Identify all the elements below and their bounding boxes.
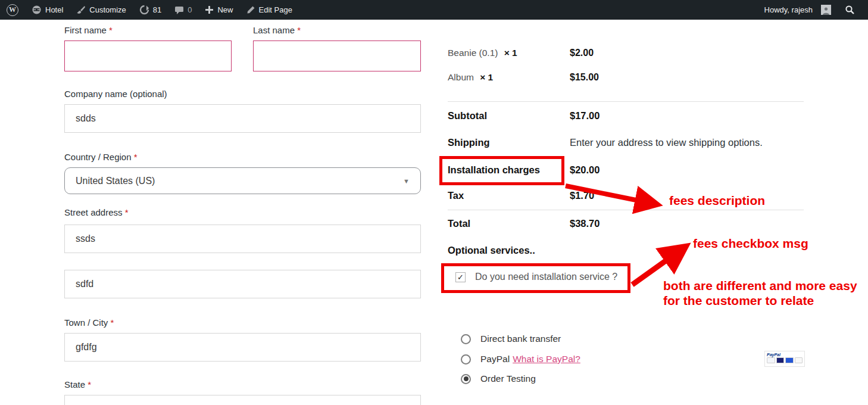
wp-admin-bar: W Hotel Customize 81 0	[0, 0, 868, 20]
pencil-icon	[246, 5, 255, 14]
product-name: Album	[448, 72, 474, 82]
payment-method-bank-transfer: Direct bank transfer	[461, 334, 561, 344]
product-price: $2.00	[570, 48, 594, 58]
edit-page-label: Edit Page	[259, 5, 292, 14]
payment-method-order-testing: Order Testing	[461, 373, 536, 384]
amex-card-icon	[785, 357, 794, 363]
admin-bar-left: W Hotel Customize 81 0	[0, 0, 299, 20]
paypal-radio[interactable]	[461, 354, 471, 364]
bank-transfer-radio[interactable]	[461, 334, 471, 344]
divider	[448, 101, 804, 102]
product-name: Beanie (0.1)	[448, 48, 498, 58]
state-label: State *	[64, 379, 91, 390]
country-selected-value: United States (US)	[76, 176, 155, 186]
order-testing-label: Order Testing	[480, 373, 536, 384]
company-label: Company name (optional)	[64, 89, 167, 99]
paypal-cards-badge: PayPal	[764, 351, 805, 367]
annotation-fees-description: fees description	[669, 193, 765, 208]
annotation-box-installation-charges	[439, 156, 564, 185]
product-qty: × 1	[504, 48, 517, 58]
shipping-message: Enter your address to view shipping opti…	[570, 137, 763, 148]
subtotal-value: $17.00	[570, 110, 600, 122]
site-name-label: Hotel	[45, 5, 63, 14]
total-label: Total	[448, 218, 470, 229]
product-qty: × 1	[480, 72, 493, 82]
search-icon	[845, 5, 855, 15]
mastercard-card-icon	[776, 357, 785, 363]
shipping-label: Shipping	[448, 137, 490, 148]
chevron-down-icon: ▼	[403, 177, 410, 185]
customize-menu[interactable]: Customize	[70, 0, 132, 20]
wordpress-menu[interactable]: W	[0, 0, 25, 20]
last-name-field[interactable]	[253, 40, 421, 71]
city-label: Town / City *	[64, 317, 114, 328]
annotation-arrow-fees-description	[558, 179, 677, 214]
paintbrush-icon	[76, 5, 86, 15]
tax-label: Tax	[448, 190, 464, 201]
annotation-box-installation-checkbox	[441, 263, 630, 293]
installation-charges-value: $20.00	[570, 164, 600, 176]
product-price: $15.00	[570, 72, 599, 83]
order-item-row: Beanie (0.1) × 1 $2.00	[448, 48, 804, 58]
payment-method-paypal: PayPalWhat is PayPal?	[461, 354, 580, 364]
site-menu-hotel[interactable]: Hotel	[25, 0, 70, 20]
comments-menu[interactable]: 0	[168, 0, 198, 20]
visa-card-icon	[767, 357, 775, 363]
city-field[interactable]	[64, 333, 421, 362]
subtotal-row: Subtotal $17.00	[448, 110, 804, 122]
total-value: $38.70	[570, 218, 600, 229]
search-button[interactable]	[838, 0, 862, 20]
comment-bubble-icon	[174, 5, 184, 15]
customize-label: Customize	[89, 5, 126, 14]
wordpress-logo-icon: W	[7, 4, 18, 16]
street-address-field[interactable]	[64, 225, 421, 253]
new-label: New	[217, 5, 233, 14]
what-is-paypal-link[interactable]: What is PayPal?	[513, 354, 580, 364]
street-address-2-field[interactable]	[64, 270, 421, 298]
paypal-label: PayPalWhat is PayPal?	[480, 354, 580, 364]
new-content-menu[interactable]: New	[198, 0, 239, 20]
update-arrows-icon	[139, 5, 149, 15]
edit-page-menu[interactable]: Edit Page	[240, 0, 299, 20]
paypal-badge-brand: PayPal	[767, 352, 803, 357]
shipping-row: Shipping Enter your address to view ship…	[448, 137, 804, 148]
comments-count: 0	[188, 5, 192, 14]
order-testing-radio[interactable]	[461, 374, 471, 384]
howdy-label: Howdy, rajesh	[764, 5, 813, 14]
plus-icon	[205, 5, 214, 14]
optional-services-heading: Optional services..	[448, 245, 535, 256]
first-name-field[interactable]	[64, 40, 232, 71]
last-name-label: Last name *	[253, 25, 301, 35]
company-field[interactable]	[64, 104, 421, 133]
my-account-menu[interactable]: Howdy, rajesh	[758, 0, 838, 20]
updates-menu[interactable]: 81	[133, 0, 168, 20]
discover-card-icon	[795, 357, 803, 363]
country-label: Country / Region *	[64, 152, 138, 162]
bank-transfer-label: Direct bank transfer	[480, 334, 561, 344]
annotation-fees-checkbox-msg: fees checkbox msg	[693, 236, 808, 251]
state-field[interactable]	[64, 395, 421, 405]
admin-bar-right: Howdy, rajesh	[758, 0, 868, 20]
order-item-row: Album × 1 $15.00	[448, 72, 804, 83]
total-row: Total $38.70	[448, 218, 804, 229]
updates-count: 81	[153, 5, 161, 14]
dashboard-gauge-icon	[32, 5, 42, 15]
annotation-note: both are different and more easy for the…	[663, 278, 860, 308]
country-select[interactable]: United States (US) ▼	[64, 167, 421, 194]
avatar	[821, 5, 831, 15]
first-name-label: First name *	[64, 25, 113, 35]
subtotal-label: Subtotal	[448, 110, 487, 121]
street-address-label: Street address *	[64, 207, 129, 217]
